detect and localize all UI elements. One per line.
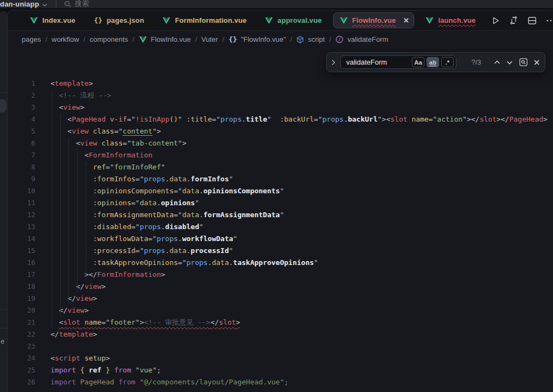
code-line-16[interactable]: :taskApproveOpinions="props.data.taskApp… (43, 257, 553, 269)
code-line-19[interactable]: </view> (43, 293, 553, 305)
line-number: 22 (8, 328, 43, 340)
split-button[interactable] (527, 16, 537, 25)
global-search-placeholder: 搜索 (75, 0, 89, 8)
search-input[interactable] (346, 58, 410, 66)
regex-button[interactable]: .* (441, 57, 454, 67)
code-line-25[interactable]: import { ref } from "vue"; (43, 364, 553, 376)
tab-label: FlowInfo.vue (352, 16, 396, 24)
breadcrumb-label: workflow (52, 35, 79, 43)
indent-guide (86, 161, 86, 281)
tab-approval.vue[interactable]: approval.vue (256, 10, 330, 30)
left-dock-sliver: e (0, 11, 7, 392)
breadcrumb-item-pages[interactable]: pages (22, 35, 41, 43)
tab-pages.json[interactable]: {}pages.json (85, 10, 154, 30)
line-number: 25 (8, 364, 43, 376)
code-line-15[interactable]: :processId="props.data.processId" (43, 245, 553, 257)
braces-icon: {} (94, 16, 103, 24)
code-line-8[interactable]: ref="formInfoRef" (43, 161, 553, 173)
tab-close-button[interactable] (404, 18, 409, 23)
compare-icon (509, 16, 518, 25)
zed-window: { "titlebar": { "project": "dan-uniapp",… (0, 0, 553, 392)
code-line-13[interactable]: :disabled="props.disabled" (43, 221, 553, 233)
code-line-22[interactable]: </template> (43, 328, 553, 340)
breadcrumb-item-workflow[interactable]: workflow (52, 35, 79, 43)
line-number: 8 (8, 161, 43, 173)
code-line-4[interactable]: <PageHead v-if="!isInApp()" :title="prop… (43, 113, 553, 125)
tab-label: approval.vue (277, 16, 321, 24)
vue-icon (162, 17, 170, 24)
code-editor[interactable]: 1234567891011121314151617181920212223242… (8, 48, 553, 392)
run-button[interactable] (491, 16, 500, 25)
tab-launch.vue[interactable]: launch.vue (416, 10, 485, 30)
find-input-box: Aa ab .* (340, 55, 456, 69)
vue-icon (265, 17, 273, 24)
caret-down-icon (42, 0, 47, 8)
code-line-17[interactable]: ></FormInformation> (43, 269, 553, 281)
breadcrumb: pages/workflow/components/FlowInfo.vue/V… (8, 31, 553, 48)
project-selector[interactable]: dan-uniapp (0, 0, 39, 8)
breadcrumb-item-vuter[interactable]: Vuter (201, 35, 218, 43)
code-line-9[interactable]: :formInfos="props.data.formInfos" (43, 173, 553, 185)
global-search[interactable]: 搜索 (64, 0, 89, 8)
code-line-21[interactable]: <slot name="footer"><!-- 审批意见 --></slot> (43, 317, 553, 328)
line-number: 11 (8, 197, 43, 209)
whole-word-button[interactable]: ab (427, 57, 439, 67)
tab-label: pages.json (107, 16, 144, 24)
line-number: 1 (8, 78, 43, 90)
match-case-button[interactable]: Aa (412, 57, 424, 67)
expand-replace-button[interactable] (331, 59, 336, 66)
close-search-button[interactable] (534, 60, 539, 65)
code-line-26[interactable]: import PageHead from "@/components/layou… (43, 376, 553, 388)
code-line-24[interactable]: <script setup> (43, 352, 553, 364)
more-icon (546, 19, 553, 22)
code-line-20[interactable]: </view> (43, 305, 553, 317)
breadcrumb-item-components[interactable]: components (90, 35, 128, 43)
breadcrumb-separator: / (329, 35, 332, 43)
selection-search-button[interactable] (519, 58, 528, 67)
breadcrumb-item-flowinfovue[interactable]: {}"FlowInfo.vue" (228, 35, 286, 43)
code-line-2[interactable]: <!-- 流程 --> (43, 90, 553, 102)
compare-button[interactable] (509, 16, 518, 25)
code-line-5[interactable]: <view class="content"> (43, 125, 553, 137)
line-number: 16 (8, 257, 43, 269)
tab-bar: Index.vue{}pages.jsonFormInformation.vue… (8, 10, 553, 31)
code-line-10[interactable]: :opinionsComponents="data.opinionsCompon… (43, 185, 553, 197)
code-line-7[interactable]: <FormInformation (43, 149, 553, 161)
code-line-14[interactable]: :workflowData="props.workflowData" (43, 233, 553, 245)
line-number: 20 (8, 305, 43, 317)
line-number: 23 (8, 340, 43, 352)
app-area: e Index.vue{}pages.jsonFormInformation.v… (0, 8, 553, 392)
code-column: <template> <!-- 流程 --> <view> <PageHead … (43, 48, 553, 392)
error-squiggle: <slot name="footer"><!-- 审批意见 --></slot> (59, 318, 240, 326)
buffer-search-panel: Aa ab .* ?/3 (326, 52, 545, 72)
code-line-3[interactable]: <view> (43, 102, 553, 113)
next-match-button[interactable] (506, 60, 513, 65)
code-line-1[interactable]: <template> (43, 78, 553, 90)
breadcrumb-separator: / (223, 35, 225, 43)
breadcrumb-label: pages (22, 35, 41, 43)
breadcrumb-label: script (308, 35, 325, 43)
line-number: 9 (8, 173, 43, 185)
svg-text:f: f (339, 37, 341, 42)
code-line-12[interactable]: :formAssignmentData="data.formAssignment… (43, 209, 553, 221)
function-icon: f (335, 35, 344, 43)
tab-Index.vue[interactable]: Index.vue (21, 10, 85, 30)
line-number: 2 (8, 90, 43, 102)
title-bar: dan-uniapp 搜索 (0, 0, 553, 8)
tab-FormInformation.vue[interactable]: FormInformation.vue (153, 10, 256, 30)
line-number: 12 (8, 209, 43, 221)
code-line-18[interactable]: </view> (43, 281, 553, 293)
breadcrumb-item-validateform[interactable]: fvalidateForm (335, 35, 388, 43)
code-line-6[interactable]: <view class="tab-content"> (43, 137, 553, 149)
panel-handle[interactable] (0, 99, 7, 112)
tab-FlowInfo.vue[interactable]: FlowInfo.vue (333, 12, 415, 28)
line-number: 4 (8, 113, 43, 125)
prev-match-button[interactable] (494, 60, 500, 65)
editor-toolbar (491, 16, 551, 25)
more-button[interactable] (546, 19, 553, 22)
close-icon (404, 18, 409, 23)
code-line-11[interactable]: :opinions="data.opinions" (43, 197, 553, 209)
breadcrumb-item-flowinfovue[interactable]: FlowInfo.vue (139, 35, 191, 43)
breadcrumb-item-script[interactable]: script (296, 35, 325, 43)
code-line-23[interactable] (43, 340, 553, 352)
